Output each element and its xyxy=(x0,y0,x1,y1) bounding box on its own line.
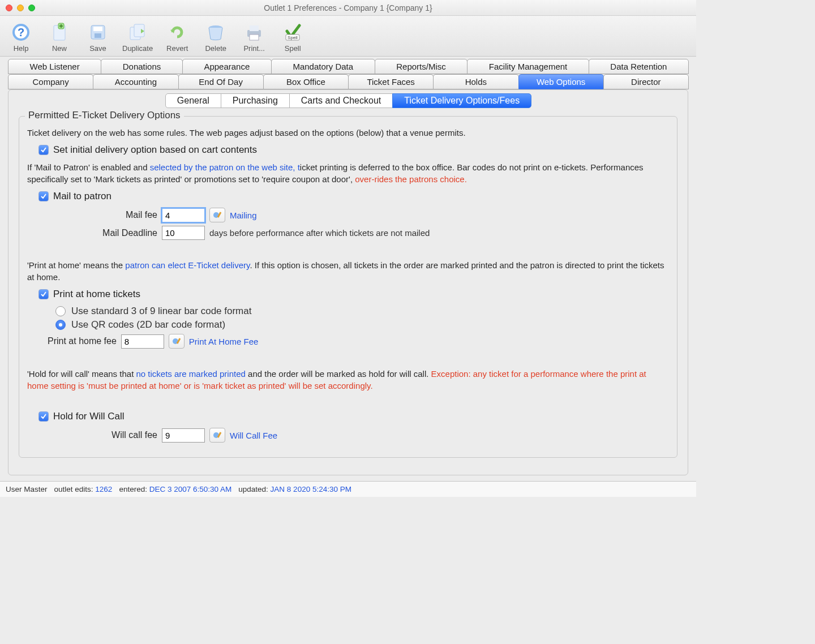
subtab-purchasing[interactable]: Purchasing xyxy=(221,93,290,108)
help-button[interactable]: ? Help xyxy=(7,20,35,53)
delete-icon xyxy=(204,20,228,44)
will-call-fee-link[interactable]: Will Call Fee xyxy=(230,431,277,440)
duplicate-button[interactable]: Duplicate xyxy=(122,20,153,53)
barcode-3of9-radio[interactable] xyxy=(55,306,66,316)
tab-end-of-day[interactable]: End Of Day xyxy=(178,74,264,89)
barcode-3of9-row[interactable]: Use standard 3 of 9 linear bar code form… xyxy=(55,306,669,317)
status-entered: entered: DEC 3 2007 6:50:30 AM xyxy=(119,485,231,493)
mail-deadline-suffix: days before performance after which tick… xyxy=(209,228,430,238)
print-fee-input[interactable] xyxy=(121,334,164,349)
print-explain-link: patron can elect E-Ticket delivery xyxy=(125,260,250,270)
tabs-row-2: Company Accounting End Of Day Box Office… xyxy=(0,74,696,89)
will-call-fee-row: Will call fee Will Call Fee xyxy=(61,428,669,443)
print-label: Print... xyxy=(243,44,265,53)
mail-deadline-row: Mail Deadline days before performance af… xyxy=(61,226,669,240)
mail-to-patron-row[interactable]: Mail to patron xyxy=(38,191,669,202)
subtab-carts[interactable]: Carts and Checkout xyxy=(289,93,393,108)
set-initial-delivery-row[interactable]: Set initial delivery option based on car… xyxy=(38,144,669,156)
hold-for-will-call-checkbox[interactable] xyxy=(38,411,49,422)
save-label: Save xyxy=(89,44,106,53)
print-fee-label: Print at home fee xyxy=(48,336,117,346)
mail-explain-text: If 'Mail to Patron' is enabled and selec… xyxy=(27,161,669,185)
window-title: Outlet 1 Preferences - Company 1 {Compan… xyxy=(0,3,696,12)
help-icon: ? xyxy=(9,20,33,44)
revert-label: Revert xyxy=(166,44,188,53)
svg-text:Spell: Spell xyxy=(288,35,298,40)
globe-pencil-icon xyxy=(213,211,222,220)
will-call-fee-input[interactable] xyxy=(162,428,205,443)
globe-pencil-icon xyxy=(172,337,181,346)
hold-explain-link: no tickets are marked printed xyxy=(136,369,245,379)
tab-reports-misc[interactable]: Reports/Misc xyxy=(375,59,468,74)
permitted-eticket-fieldset: Permitted E-Ticket Delivery Options Tick… xyxy=(19,116,677,458)
barcode-qr-row[interactable]: Use QR codes (2D bar code format) xyxy=(55,319,669,330)
print-at-home-checkbox[interactable] xyxy=(38,289,49,299)
mail-deadline-label: Mail Deadline xyxy=(61,228,157,238)
new-label: New xyxy=(52,44,67,53)
svg-rect-6 xyxy=(93,27,102,31)
tab-donations[interactable]: Donations xyxy=(101,59,183,74)
status-entered-value: DEC 3 2007 6:50:30 AM xyxy=(149,485,232,493)
fieldset-legend: Permitted E-Ticket Delivery Options xyxy=(25,110,184,121)
subtabs: General Purchasing Carts and Checkout Ti… xyxy=(14,90,682,110)
help-label: Help xyxy=(14,44,29,53)
mail-deadline-input[interactable] xyxy=(162,226,205,240)
status-updated-value: JAN 8 2020 5:24:30 PM xyxy=(271,485,351,493)
tab-facility-management[interactable]: Facility Management xyxy=(467,59,589,74)
spell-label: Spell xyxy=(285,44,301,53)
print-fee-link[interactable]: Print At Home Fee xyxy=(189,337,259,346)
save-icon xyxy=(86,20,110,44)
content-area: General Purchasing Carts and Checkout Ti… xyxy=(8,89,688,475)
hold-for-will-call-row[interactable]: Hold for Will Call xyxy=(38,411,669,422)
svg-text:?: ? xyxy=(18,26,24,38)
svg-rect-12 xyxy=(250,25,259,31)
tab-data-retention[interactable]: Data Retention xyxy=(589,59,689,74)
print-button[interactable]: Print... xyxy=(240,20,268,53)
tab-holds[interactable]: Holds xyxy=(433,74,518,89)
will-call-fee-label: Will call fee xyxy=(61,430,157,440)
tab-director[interactable]: Director xyxy=(603,74,689,89)
status-bar: User Master outlet edits: 1262 entered: … xyxy=(0,481,696,497)
mailing-link[interactable]: Mailing xyxy=(230,211,257,220)
svg-rect-13 xyxy=(250,35,259,40)
status-edits-value: 1262 xyxy=(95,485,112,493)
tab-ticket-faces[interactable]: Ticket Faces xyxy=(348,74,434,89)
tabs-row-1: Web Listener Donations Appearance Mandat… xyxy=(0,57,696,74)
tab-company[interactable]: Company xyxy=(8,74,93,89)
status-user: User Master xyxy=(6,485,48,493)
mail-fee-lookup-button[interactable] xyxy=(209,208,225,222)
duplicate-icon xyxy=(126,20,149,44)
duplicate-label: Duplicate xyxy=(122,44,153,53)
tab-box-office[interactable]: Box Office xyxy=(263,74,349,89)
tab-web-options[interactable]: Web Options xyxy=(518,74,604,89)
mail-fee-label: Mail fee xyxy=(61,210,157,220)
subtab-ticket-delivery[interactable]: Ticket Delivery Options/Fees xyxy=(392,93,531,108)
mail-to-patron-checkbox[interactable] xyxy=(38,191,49,201)
set-initial-delivery-label: Set initial delivery option based on car… xyxy=(53,144,257,156)
tab-appearance[interactable]: Appearance xyxy=(182,59,272,74)
revert-button[interactable]: Revert xyxy=(163,20,191,53)
set-initial-delivery-checkbox[interactable] xyxy=(38,145,49,155)
mail-explain-warn: over-rides the patrons choice. xyxy=(355,174,467,184)
tab-accounting[interactable]: Accounting xyxy=(93,74,178,89)
tab-web-listener[interactable]: Web Listener xyxy=(8,59,101,74)
subtab-general[interactable]: General xyxy=(165,93,221,108)
will-call-fee-lookup-button[interactable] xyxy=(209,428,225,443)
tab-mandatory-data[interactable]: Mandatory Data xyxy=(271,59,375,74)
print-at-home-row[interactable]: Print at home tickets xyxy=(38,289,669,300)
print-fee-lookup-button[interactable] xyxy=(169,334,185,349)
intro-text: Ticket delivery on the web has some rule… xyxy=(27,127,669,139)
mail-to-patron-label: Mail to patron xyxy=(53,191,111,202)
delete-button[interactable]: Delete xyxy=(201,20,230,53)
barcode-qr-label: Use QR codes (2D bar code format) xyxy=(71,319,225,330)
barcode-qr-radio[interactable] xyxy=(55,320,66,330)
mail-fee-row: Mail fee Mailing xyxy=(61,208,669,222)
save-button[interactable]: Save xyxy=(84,20,112,53)
globe-pencil-icon xyxy=(213,431,222,440)
new-button[interactable]: New xyxy=(45,20,74,53)
status-updated: updated: JAN 8 2020 5:24:30 PM xyxy=(238,485,351,493)
mail-fee-input[interactable] xyxy=(162,208,205,222)
hold-explain-text: 'Hold for will call' means that no ticke… xyxy=(27,368,669,392)
new-icon xyxy=(48,20,71,44)
spell-button[interactable]: Spell Spell xyxy=(278,20,307,53)
